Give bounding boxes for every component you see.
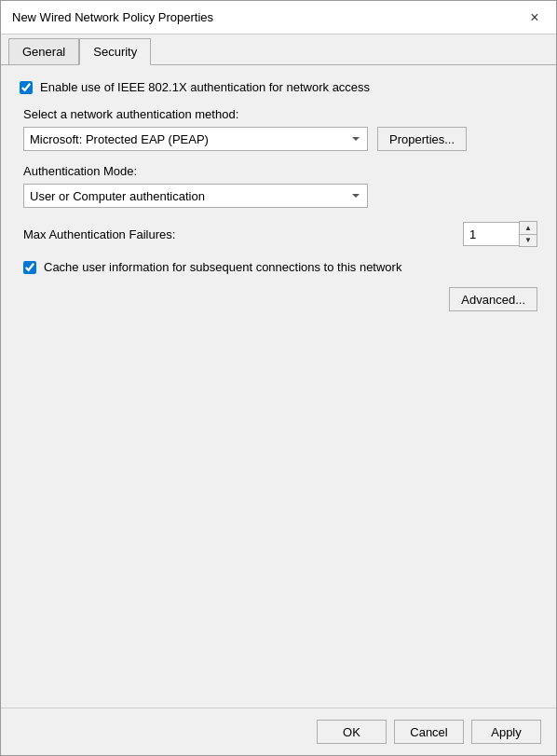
apply-button[interactable]: Apply — [471, 720, 541, 744]
cache-checkbox[interactable] — [23, 261, 36, 274]
auth-method-label: Select a network authentication method: — [23, 107, 537, 121]
ieee-checkbox-label: Enable use of IEEE 802.1X authentication… — [40, 80, 370, 94]
close-button[interactable]: × — [524, 7, 545, 28]
spinner-down-button[interactable]: ▼ — [520, 234, 537, 246]
tab-security[interactable]: Security — [79, 38, 151, 65]
tab-bar: General Security — [1, 38, 556, 65]
tab-security-label: Security — [93, 45, 137, 59]
ok-button[interactable]: OK — [317, 720, 387, 744]
auth-mode-dropdown[interactable]: User or Computer authentication Computer… — [23, 184, 368, 208]
ieee-checkbox-row: Enable use of IEEE 802.1X authentication… — [20, 80, 537, 94]
spinner-up-button[interactable]: ▲ — [520, 222, 537, 234]
advanced-row: Advanced... — [23, 287, 537, 311]
title-bar: New Wired Network Policy Properties × — [1, 1, 556, 34]
auth-mode-row: User or Computer authentication Computer… — [23, 184, 537, 208]
tab-general-label: General — [22, 45, 65, 59]
cancel-button[interactable]: Cancel — [394, 720, 464, 744]
max-failures-label: Max Authentication Failures: — [23, 227, 175, 241]
tab-general[interactable]: General — [8, 38, 79, 65]
cache-checkbox-label: Cache user information for subsequent co… — [44, 260, 401, 274]
max-failures-spinner: ▲ ▼ — [463, 221, 537, 247]
auth-method-row: Microsoft: Protected EAP (PEAP) Microsof… — [23, 127, 537, 151]
auth-mode-label: Authentication Mode: — [23, 164, 537, 178]
properties-button[interactable]: Properties... — [377, 127, 467, 151]
auth-method-dropdown[interactable]: Microsoft: Protected EAP (PEAP) Microsof… — [23, 127, 368, 151]
max-failures-input[interactable] — [463, 222, 519, 246]
main-window: New Wired Network Policy Properties × Ge… — [0, 0, 557, 756]
max-failures-row: Max Authentication Failures: ▲ ▼ — [23, 221, 537, 247]
advanced-button[interactable]: Advanced... — [449, 287, 537, 311]
spinner-buttons: ▲ ▼ — [519, 221, 537, 247]
tab-content: Enable use of IEEE 802.1X authentication… — [1, 65, 556, 708]
cache-checkbox-row: Cache user information for subsequent co… — [23, 260, 537, 274]
window-title: New Wired Network Policy Properties — [12, 10, 213, 24]
auth-method-section: Select a network authentication method: … — [20, 107, 537, 311]
footer-buttons: OK Cancel Apply — [1, 708, 556, 755]
ieee-checkbox[interactable] — [20, 81, 33, 94]
